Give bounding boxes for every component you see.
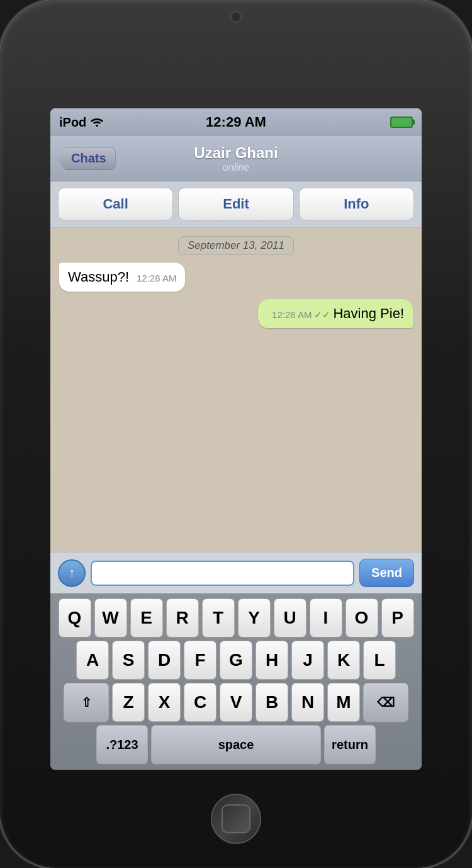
bubble-content: 12:28 AM ✓✓ Having Pie! (267, 306, 404, 322)
key-l[interactable]: L (363, 641, 396, 680)
nav-title-text: Uzair Ghani (194, 144, 278, 162)
message-text: Having Pie! (333, 306, 404, 322)
date-separator: September 13, 2011 (59, 236, 413, 255)
screen: iPod 12:29 AM Chats Uzair Ghani online (50, 108, 422, 770)
key-r[interactable]: R (166, 598, 199, 637)
status-right (390, 117, 413, 128)
symbols-key[interactable]: .?123 (96, 725, 148, 764)
return-key[interactable]: return (324, 725, 376, 764)
carrier-label: iPod (59, 115, 86, 130)
incoming-bubble: Wassup?! 12:28 AM (59, 263, 185, 292)
nav-title: Uzair Ghani online (194, 144, 278, 173)
shift-key[interactable]: ⇧ (64, 683, 109, 722)
status-time: 12:29 AM (206, 114, 266, 130)
key-s[interactable]: S (112, 641, 145, 680)
date-text: September 13, 2011 (178, 236, 294, 255)
upload-button[interactable]: ↑ (58, 559, 86, 587)
back-button[interactable]: Chats (57, 147, 116, 170)
message-time: 12:28 AM (137, 273, 176, 283)
key-i[interactable]: I (310, 598, 342, 637)
keyboard-row-4: .?123 space return (53, 725, 419, 764)
outgoing-bubble: 12:28 AM ✓✓ Having Pie! (258, 299, 413, 328)
nav-subtitle: online (194, 162, 278, 173)
status-bar: iPod 12:29 AM (50, 108, 422, 136)
edit-button[interactable]: Edit (178, 188, 293, 220)
key-t[interactable]: T (202, 598, 235, 637)
key-o[interactable]: O (346, 598, 378, 637)
keyboard-row-3: ⇧ Z X C V B N M ⌫ (53, 683, 419, 722)
status-left: iPod (59, 115, 104, 130)
chat-area: September 13, 2011 Wassup?! 12:28 AM 12:… (50, 227, 422, 552)
info-button[interactable]: Info (299, 188, 414, 220)
keyboard-row-1: Q W E R T Y U I O P (53, 598, 419, 637)
key-a[interactable]: A (76, 641, 109, 680)
upload-icon: ↑ (69, 566, 75, 580)
key-w[interactable]: W (94, 598, 127, 637)
message-text: Wassup?! (68, 269, 129, 285)
key-h[interactable]: H (256, 641, 288, 680)
key-g[interactable]: G (220, 641, 252, 680)
key-x[interactable]: X (148, 683, 181, 722)
key-z[interactable]: Z (112, 683, 145, 722)
key-p[interactable]: P (381, 598, 414, 637)
message-row: Wassup?! 12:28 AM (59, 263, 413, 292)
delivered-checkmark: ✓✓ (314, 309, 330, 321)
input-area: ↑ Send (50, 552, 422, 593)
message-row: 12:28 AM ✓✓ Having Pie! (59, 299, 413, 328)
key-c[interactable]: C (184, 683, 216, 722)
device: iPod 12:29 AM Chats Uzair Ghani online (0, 0, 472, 868)
send-button[interactable]: Send (359, 559, 414, 587)
message-time: 12:28 AM (272, 309, 312, 320)
key-m[interactable]: M (327, 683, 360, 722)
space-key[interactable]: space (151, 725, 321, 764)
bubble-content: Wassup?! 12:28 AM (68, 269, 176, 285)
key-e[interactable]: E (130, 598, 163, 637)
key-n[interactable]: N (291, 683, 324, 722)
battery-icon (390, 117, 413, 128)
key-b[interactable]: B (256, 683, 288, 722)
key-j[interactable]: J (291, 641, 324, 680)
home-button[interactable] (211, 794, 261, 844)
home-button-inner (222, 804, 250, 833)
wifi-icon (90, 115, 104, 130)
key-k[interactable]: K (327, 641, 360, 680)
key-d[interactable]: D (148, 641, 181, 680)
keyboard-row-2: A S D F G H J K L (53, 641, 419, 680)
nav-bar: Chats Uzair Ghani online (50, 136, 422, 181)
keyboard: Q W E R T Y U I O P A S D F G H J K (50, 593, 422, 770)
svg-point-0 (96, 124, 99, 126)
key-q[interactable]: Q (59, 598, 91, 637)
key-u[interactable]: U (274, 598, 306, 637)
key-y[interactable]: Y (238, 598, 271, 637)
message-input[interactable] (91, 561, 354, 586)
key-v[interactable]: V (220, 683, 252, 722)
delete-key[interactable]: ⌫ (363, 683, 408, 722)
action-buttons-bar: Call Edit Info (50, 181, 422, 227)
key-f[interactable]: F (184, 641, 216, 680)
call-button[interactable]: Call (58, 188, 173, 220)
